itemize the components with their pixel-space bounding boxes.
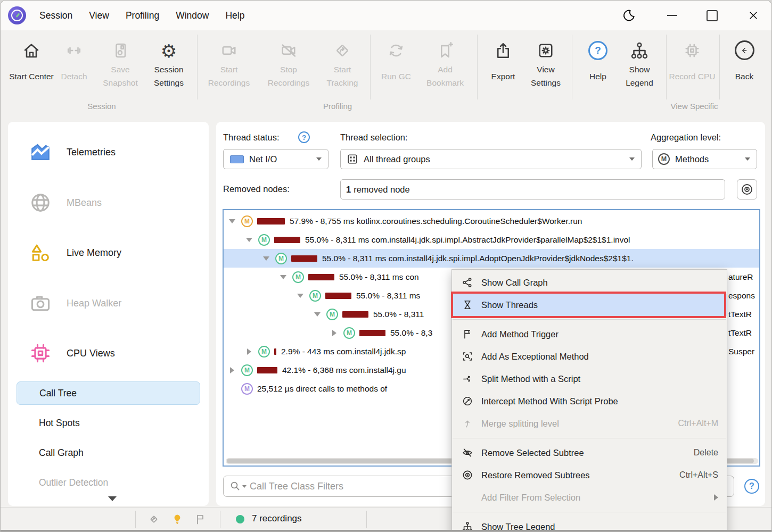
sidebar-item-cpu-views[interactable]: CPU Views [8, 336, 209, 371]
toolbar: Start Center Detach Save Snapshot ⚙ Sess… [1, 30, 771, 117]
view-settings-button[interactable]: View Settings [521, 36, 570, 90]
call-graph-icon [461, 277, 474, 288]
clipped-text: tTextR [728, 328, 752, 338]
tree-row[interactable]: M 57.9% - 8,755 ms kotlinx.coroutines.sc… [224, 212, 759, 230]
session-settings-button[interactable]: ⚙ Session Settings [144, 36, 193, 90]
dark-mode-toggle[interactable] [615, 1, 642, 30]
minimize-icon [667, 15, 677, 16]
expander-down-icon[interactable] [314, 312, 321, 317]
moon-icon [622, 9, 636, 22]
time-bar [308, 274, 334, 280]
menu-profiling[interactable]: Profiling [126, 10, 159, 21]
search-icon[interactable] [229, 480, 247, 493]
expander-down-icon[interactable] [280, 275, 287, 279]
sidebar-item-heap-walker: Heap Walker [8, 286, 209, 321]
recording-status-dot [236, 515, 244, 523]
clipped-text: Susper [728, 347, 754, 356]
thread-status-select[interactable]: Net I/O [223, 149, 328, 169]
menu-item-add-as-exceptional-method[interactable]: Add As Exceptional Method [452, 345, 727, 368]
split-arrow-icon [461, 373, 474, 385]
menu-item-remove-selected-subtree[interactable]: Remove Selected Subtree Delete [452, 442, 727, 464]
cpu-chip-icon [683, 36, 702, 60]
sidebar-item-hot-spots[interactable]: Hot Spots [17, 411, 200, 435]
thread-status-help-icon[interactable]: ? [298, 131, 310, 143]
clipped-text: tTextR [728, 310, 752, 319]
thread-selection-select[interactable]: All thread groups [340, 149, 642, 169]
bulb-status-icon[interactable] [171, 513, 184, 526]
recordings-count: 7 recordings [252, 513, 302, 524]
expander-right-icon[interactable] [228, 367, 236, 373]
sidebar-item-telemetries[interactable]: Telemetries [8, 135, 209, 170]
methods-icon: M [658, 153, 670, 165]
filter-help-icon[interactable]: ? [744, 479, 759, 494]
sidebar-item-mbeans: MBeans [8, 185, 209, 220]
menu-item-add-method-trigger[interactable]: Add Method Trigger [452, 323, 727, 345]
expander-down-icon[interactable] [262, 256, 270, 261]
expander-down-icon[interactable] [228, 219, 236, 223]
menu-item-show-call-graph[interactable]: Show Call Graph [452, 271, 727, 294]
time-bar [274, 348, 276, 355]
method-icon: M [241, 383, 253, 395]
menu-bar: Session View Profiling Window Help [39, 1, 244, 30]
start-recordings-button: Start Recordings [204, 36, 253, 90]
toolbar-group-label: Profiling [311, 102, 364, 111]
menu-item-show-threads[interactable]: Show Threads [452, 294, 727, 316]
aggregation-level-select[interactable]: M Methods [652, 149, 757, 169]
threads-spool-icon [461, 299, 474, 311]
menu-help[interactable]: Help [225, 10, 244, 21]
close-icon [748, 10, 759, 21]
detach-icon [64, 36, 84, 60]
menu-window[interactable]: Window [176, 10, 209, 21]
expander-down-icon[interactable] [245, 238, 253, 242]
method-icon: M [241, 215, 253, 227]
context-menu: Show Call Graph Show Threads Add Method … [451, 269, 727, 532]
home-icon [22, 36, 41, 60]
toolbar-separator [370, 35, 371, 99]
gear-icon: ⚙ [161, 36, 177, 60]
menu-view[interactable]: View [89, 10, 109, 21]
sidebar-item-call-graph[interactable]: Call Graph [17, 441, 200, 464]
thread-status-label: Thread status: [223, 132, 279, 143]
menu-item-intercept-method-with-script-probe[interactable]: Intercept Method With Script Probe [452, 390, 727, 412]
back-button[interactable]: Back [720, 36, 769, 90]
start-center-button[interactable]: Start Center [7, 36, 56, 90]
method-icon: M [258, 234, 270, 246]
tracking-status-icon[interactable] [147, 513, 160, 526]
tree-row-selected[interactable]: M 55.0% - 8,311 ms com.install4j.jdk.spi… [224, 249, 759, 268]
time-bar [257, 218, 285, 225]
title-bar: Session View Profiling Window Help [1, 1, 771, 30]
menu-separator [453, 319, 726, 320]
method-icon: M [309, 290, 321, 302]
minimize-button[interactable] [660, 1, 684, 30]
close-button[interactable] [741, 1, 766, 30]
chevron-down-icon [316, 157, 322, 161]
time-bar [325, 293, 351, 299]
thread-groups-icon [347, 153, 358, 165]
expander-right-icon[interactable] [245, 348, 253, 355]
expander-right-icon[interactable] [331, 330, 338, 336]
method-icon: M [326, 309, 338, 320]
tree-row[interactable]: M 55.0% - 8,311 ms com.install4j.jdk.spi… [224, 230, 759, 249]
sidebar-item-live-memory[interactable]: Live Memory [8, 235, 209, 270]
flag-status-icon[interactable] [194, 513, 207, 526]
menu-item-add-filter-from-selection: Add Filter From Selection [452, 486, 727, 509]
sidebar-more-chevron-icon[interactable] [108, 496, 117, 501]
export-button[interactable]: Export [479, 36, 528, 90]
status-divider [366, 511, 367, 528]
sidebar-item-call-tree[interactable]: Call Tree [17, 381, 200, 405]
show-legend-button[interactable]: Show Legend [615, 36, 664, 90]
removed-nodes-field[interactable]: 1 removed node [340, 179, 725, 200]
window-bottom-edge [1, 530, 771, 531]
net-io-color-swatch [230, 155, 244, 163]
menu-session[interactable]: Session [39, 10, 72, 21]
menu-item-split-method-with-script[interactable]: Split Method with a Script [452, 368, 727, 390]
bookmark-plus-icon [436, 36, 455, 60]
save-snapshot-button: Save Snapshot [96, 36, 145, 90]
chevron-down-icon [629, 157, 635, 161]
sidebar-item-outlier-detection: Outlier Detection [17, 471, 200, 494]
menu-item-restore-removed-subtrees[interactable]: Restore Removed Subtrees Ctrl+Alt+S [452, 464, 727, 486]
expander-down-icon[interactable] [297, 294, 304, 298]
eye-circle-icon [461, 469, 474, 481]
maximize-button[interactable] [700, 1, 724, 30]
show-removed-nodes-button[interactable] [737, 179, 757, 200]
